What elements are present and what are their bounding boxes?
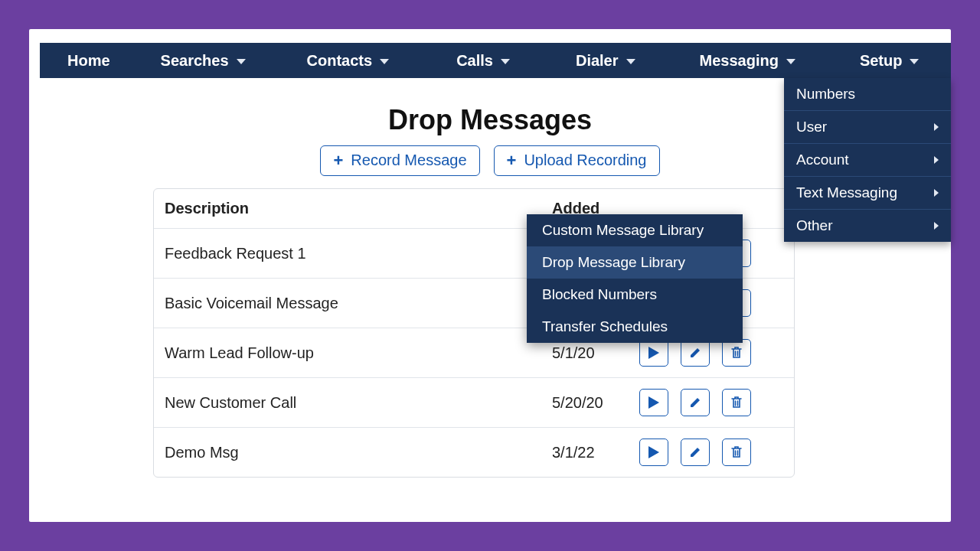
caret-right-icon xyxy=(934,123,939,131)
record-message-button[interactable]: + Record Message xyxy=(320,145,479,176)
setup-item-user[interactable]: User xyxy=(784,110,951,143)
svg-marker-3 xyxy=(648,396,659,409)
trash-icon xyxy=(731,396,742,409)
cell-actions xyxy=(639,339,783,367)
setup-item-label: Text Messaging xyxy=(796,184,897,201)
plus-icon: + xyxy=(333,152,343,169)
plus-icon: + xyxy=(507,152,517,169)
caret-right-icon xyxy=(934,222,939,230)
nav-calls-label: Calls xyxy=(456,52,493,70)
upload-recording-label: Upload Recording xyxy=(524,152,646,169)
play-icon xyxy=(648,446,659,458)
other-submenu: Custom Message Library Drop Message Libr… xyxy=(527,214,743,343)
caret-down-icon xyxy=(626,59,635,64)
nav-dialer-label: Dialer xyxy=(576,52,619,70)
submenu-item-label: Blocked Numbers xyxy=(542,286,657,302)
play-icon xyxy=(648,347,659,359)
cell-description: Feedback Request 1 xyxy=(165,245,552,262)
cell-description: Demo Msg xyxy=(165,444,552,461)
edit-button[interactable] xyxy=(681,439,710,466)
top-navbar: Home Searches Contacts Calls Dialer Mess… xyxy=(40,43,951,78)
submenu-item-label: Drop Message Library xyxy=(542,254,685,270)
setup-item-label: User xyxy=(796,119,827,135)
table-row: New Customer Call 5/20/20 xyxy=(154,378,794,428)
nav-home-label: Home xyxy=(67,52,110,70)
nav-messaging[interactable]: Messaging xyxy=(686,43,809,78)
nav-setup[interactable]: Setup xyxy=(846,43,933,78)
play-button[interactable] xyxy=(639,389,668,416)
play-button[interactable] xyxy=(639,439,668,466)
nav-searches-label: Searches xyxy=(161,52,229,70)
setup-dropdown: Numbers User Account Text Messaging Othe… xyxy=(784,78,951,242)
edit-button[interactable] xyxy=(681,339,710,367)
play-button[interactable] xyxy=(639,339,668,367)
cell-description: Warm Lead Follow-up xyxy=(165,344,552,362)
nav-dialer[interactable]: Dialer xyxy=(562,43,649,78)
cell-description: New Customer Call xyxy=(165,394,552,412)
nav-searches[interactable]: Searches xyxy=(147,43,260,78)
upload-recording-button[interactable]: + Upload Recording xyxy=(494,145,660,176)
nav-home[interactable]: Home xyxy=(54,43,124,78)
submenu-item-label: Custom Message Library xyxy=(542,222,704,238)
play-icon xyxy=(648,396,659,409)
nav-messaging-label: Messaging xyxy=(700,52,779,70)
caret-down-icon xyxy=(786,59,795,64)
edit-button[interactable] xyxy=(681,389,710,416)
cell-added: 5/20/20 xyxy=(552,394,639,412)
setup-item-label: Other xyxy=(796,217,833,234)
nav-setup-label: Setup xyxy=(860,52,903,70)
cell-added: 5/1/20 xyxy=(552,344,639,362)
caret-right-icon xyxy=(934,156,939,164)
nav-calls[interactable]: Calls xyxy=(443,43,524,78)
caret-down-icon xyxy=(910,59,919,64)
submenu-drop-library[interactable]: Drop Message Library xyxy=(527,246,743,279)
setup-item-account[interactable]: Account xyxy=(784,143,951,176)
pencil-icon xyxy=(689,396,701,409)
caret-down-icon xyxy=(237,59,246,64)
trash-icon xyxy=(731,446,742,458)
pencil-icon xyxy=(689,446,701,458)
setup-item-numbers[interactable]: Numbers xyxy=(784,78,951,110)
delete-button[interactable] xyxy=(722,439,751,466)
trash-icon xyxy=(731,347,742,359)
delete-button[interactable] xyxy=(722,339,751,367)
submenu-transfer-schedules[interactable]: Transfer Schedules xyxy=(527,311,743,343)
nav-contacts[interactable]: Contacts xyxy=(293,43,403,78)
caret-right-icon xyxy=(934,189,939,197)
app-window: Home Searches Contacts Calls Dialer Mess… xyxy=(29,29,951,522)
cell-actions xyxy=(639,389,783,416)
table-row: Demo Msg 3/1/22 xyxy=(154,428,794,477)
setup-item-other[interactable]: Other xyxy=(784,209,951,242)
pencil-icon xyxy=(689,347,701,359)
setup-item-label: Numbers xyxy=(796,86,855,103)
caret-down-icon xyxy=(380,59,389,64)
submenu-custom-library[interactable]: Custom Message Library xyxy=(527,214,743,246)
record-message-label: Record Message xyxy=(351,152,466,169)
caret-down-icon xyxy=(501,59,510,64)
submenu-item-label: Transfer Schedules xyxy=(542,318,668,334)
setup-item-label: Account xyxy=(796,152,849,168)
svg-marker-4 xyxy=(648,446,659,458)
submenu-blocked-numbers[interactable]: Blocked Numbers xyxy=(527,279,743,311)
col-header-description: Description xyxy=(165,200,552,217)
cell-actions xyxy=(639,439,783,466)
delete-button[interactable] xyxy=(722,389,751,416)
nav-contacts-label: Contacts xyxy=(307,52,373,70)
cell-description: Basic Voicemail Message xyxy=(165,295,552,312)
cell-added: 3/1/22 xyxy=(552,444,639,461)
svg-marker-2 xyxy=(648,347,659,359)
setup-item-text-messaging[interactable]: Text Messaging xyxy=(784,176,951,209)
